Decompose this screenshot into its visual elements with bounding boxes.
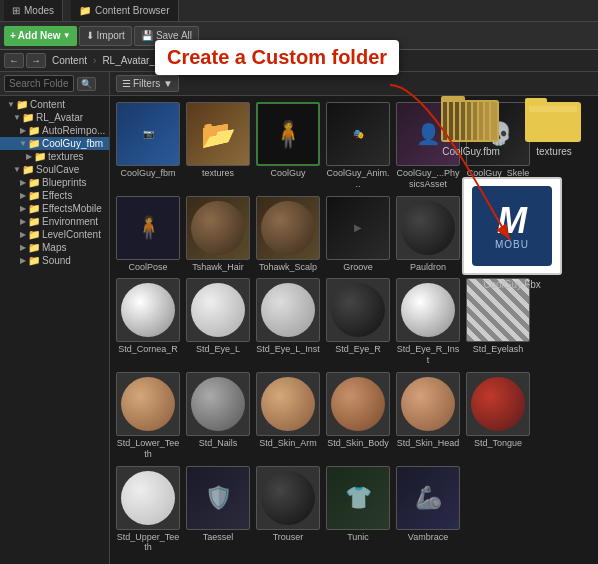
save-all-icon: 💾 (141, 30, 153, 41)
folder-tree: ▼ 📁 Content ▼ 📁 RL_Avatar ▶ 📁 AutoReimpo… (0, 96, 109, 269)
folder-icon: 📁 (34, 151, 46, 162)
grid-item-eye-r[interactable]: Std_Eye_R (324, 276, 392, 368)
sidebar-item-effects[interactable]: ▶ 📁 Effects (0, 189, 109, 202)
folder-icon: 📁 (28, 242, 40, 253)
grid-item-coolguy-anim[interactable]: 🎭 CoolGuy_Anim... (324, 100, 392, 192)
item-label: Std_Skin_Arm (259, 438, 317, 449)
grid-item-textures[interactable]: 📂 textures (184, 100, 252, 192)
search-button[interactable]: 🔍 (77, 77, 96, 91)
expand-icon: ▶ (24, 152, 34, 161)
svg-rect-10 (491, 102, 497, 140)
fbx-file-item[interactable]: M MOBU CoolGuy.Fbx (462, 177, 562, 290)
svg-rect-5 (461, 102, 465, 140)
folder-icon: 📁 (22, 112, 34, 123)
thumbnail (186, 372, 250, 436)
sidebar-item-environment[interactable]: ▶ 📁 Environment (0, 215, 109, 228)
sidebar-item-rl-avatar[interactable]: ▼ 📁 RL_Avatar (0, 111, 109, 124)
sidebar-item-blueprints[interactable]: ▶ 📁 Blueprints (0, 176, 109, 189)
textures-folder[interactable]: textures (525, 92, 583, 157)
grid-item-tongue[interactable]: Std_Tongue (464, 370, 532, 462)
import-button[interactable]: ⬇ Import (79, 26, 132, 46)
forward-button[interactable]: → (26, 53, 46, 68)
fbx-file-card: M MOBU (462, 177, 562, 275)
tab-modes[interactable]: ⊞ Modes (4, 0, 63, 21)
grid-item-nails[interactable]: Std_Nails (184, 370, 252, 462)
item-label: Std_Skin_Head (397, 438, 460, 449)
item-label: Std_Eye_R_Inst (396, 344, 460, 366)
thumbnail: ▶ (326, 196, 390, 260)
item-label: Std_Tongue (474, 438, 522, 449)
add-new-icon: + (10, 30, 16, 41)
grid-item-trouser[interactable]: Trouser (254, 464, 322, 556)
grid-item-coolguy-fbm[interactable]: 📷 CoolGuy_fbm (114, 100, 182, 192)
sidebar-item-sound[interactable]: ▶ 📁 Sound (0, 254, 109, 267)
svg-rect-2 (443, 102, 447, 140)
coolguy-fbm-folder[interactable]: CoolGuy.fbm (441, 90, 501, 157)
sidebar-item-effects-mobile[interactable]: ▶ 📁 EffectsMobile (0, 202, 109, 215)
sidebar-item-label: AutoReimpo... (42, 125, 105, 136)
plain-folder-icon (525, 92, 583, 142)
grid-item-eyelash[interactable]: Std_Eyelash (464, 276, 532, 368)
sidebar-item-label: RL_Avatar (36, 112, 83, 123)
grid-item-cornea-r[interactable]: Std_Cornea_R (114, 276, 182, 368)
modes-label: Modes (24, 5, 54, 16)
add-new-chevron-icon: ▼ (63, 31, 71, 40)
thumbnail (396, 372, 460, 436)
search-input[interactable] (4, 75, 74, 92)
grid-item-lower-teeth[interactable]: Std_Lower_Teeth (114, 370, 182, 462)
grid-item-skin-arm[interactable]: Std_Skin_Arm (254, 370, 322, 462)
sidebar-item-label: Effects (42, 190, 72, 201)
sidebar: 🔍 ▼ 📁 Content ▼ 📁 RL_Avatar ▶ 📁 AutoReim… (0, 72, 110, 564)
grid-item-eye-r-inst[interactable]: Std_Eye_R_Inst (394, 276, 462, 368)
breadcrumb-content[interactable]: Content (49, 55, 90, 66)
thumbnail (116, 466, 180, 530)
breadcrumb-rl-avatar[interactable]: RL_Avatar_ (99, 55, 158, 66)
expand-icon: ▶ (18, 230, 28, 239)
grid-item-skin-head[interactable]: Std_Skin_Head (394, 370, 462, 462)
filters-button[interactable]: ☰ Filters ▼ (116, 75, 179, 92)
thumbnail (116, 278, 180, 342)
thumbnail (256, 372, 320, 436)
sidebar-item-soulcave[interactable]: ▼ 📁 SoulCave (0, 163, 109, 176)
sidebar-item-textures[interactable]: ▶ 📁 textures (0, 150, 109, 163)
svg-rect-7 (473, 102, 477, 140)
sidebar-item-level-content[interactable]: ▶ 📁 LevelContent (0, 228, 109, 241)
sidebar-item-autoreimpo[interactable]: ▶ 📁 AutoReimpo... (0, 124, 109, 137)
tab-content-browser[interactable]: 📁 Content Browser (71, 0, 178, 21)
sidebar-item-content[interactable]: ▼ 📁 Content (0, 98, 109, 111)
fbm-folder-icon (441, 90, 501, 142)
item-label: CoolPose (128, 262, 167, 273)
grid-item-eye-l-inst[interactable]: Std_Eye_L_Inst (254, 276, 322, 368)
thumbnail: 🦾 (396, 466, 460, 530)
svg-rect-6 (467, 102, 471, 140)
expand-icon: ▶ (18, 191, 28, 200)
grid-item-tunic[interactable]: 👕 Tunic (324, 464, 392, 556)
add-new-button[interactable]: + Add New ▼ (4, 26, 77, 46)
grid-item-upper-teeth[interactable]: Std_Upper_Teeth (114, 464, 182, 556)
sidebar-item-coolguy-fbm[interactable]: ▼ 📁 CoolGuy_fbm (0, 137, 109, 150)
grid-item-coolguy[interactable]: 🧍 CoolGuy (254, 100, 322, 192)
grid-item-eye-l[interactable]: Std_Eye_L (184, 276, 252, 368)
item-label: Std_Skin_Body (327, 438, 389, 449)
grid-item-skin-body[interactable]: Std_Skin_Body (324, 370, 392, 462)
folder-icon: 📁 (28, 125, 40, 136)
back-button[interactable]: ← (4, 53, 24, 68)
grid-item-vambrace[interactable]: 🦾 Vambrace (394, 464, 462, 556)
grid-item-tohawk-scalp[interactable]: Tohawk_Scalp (254, 194, 322, 275)
tooltip-text: Create a Custom folder (167, 46, 387, 68)
grid-item-groove[interactable]: ▶ Groove (324, 194, 392, 275)
breadcrumb-sep: › (93, 55, 96, 66)
thumbnail: 🛡️ (186, 466, 250, 530)
item-label: Tohawk_Scalp (259, 262, 317, 273)
expand-icon: ▶ (18, 178, 28, 187)
expand-icon: ▶ (18, 256, 28, 265)
grid-item-tshawk-hair[interactable]: Tshawk_Hair (184, 194, 252, 275)
sidebar-item-label: textures (48, 151, 84, 162)
sidebar-item-label: Maps (42, 242, 66, 253)
sidebar-item-label: Blueprints (42, 177, 86, 188)
grid-item-coolpose[interactable]: 🧍 CoolPose (114, 194, 182, 275)
sidebar-item-label: SoulCave (36, 164, 79, 175)
search-bar: 🔍 (0, 72, 109, 96)
sidebar-item-maps[interactable]: ▶ 📁 Maps (0, 241, 109, 254)
grid-item-taessel[interactable]: 🛡️ Taessel (184, 464, 252, 556)
